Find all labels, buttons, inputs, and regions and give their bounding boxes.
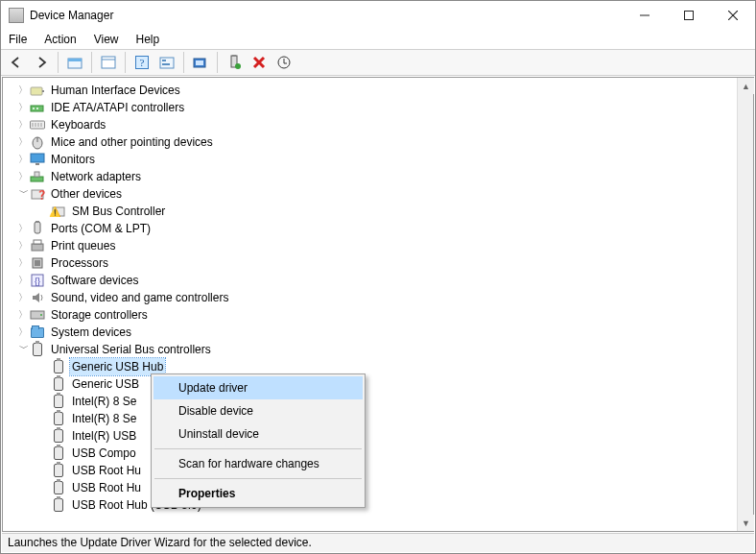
tree-item-smbus[interactable]: ⚠️ SM Bus Controller [11, 203, 737, 220]
tree-label: Intel(R) 8 Se [70, 410, 138, 427]
expand-icon[interactable]: 〉 [16, 116, 30, 133]
expand-icon[interactable]: 〉 [16, 99, 30, 116]
tree-label: Software devices [49, 272, 140, 289]
usb-device-icon [51, 480, 66, 495]
menu-help[interactable]: Help [134, 33, 162, 46]
expand-icon[interactable]: 〉 [16, 272, 30, 289]
tree-item[interactable]: Intel(R) 8 Se [11, 393, 737, 410]
tree-label: Processors [49, 254, 110, 272]
expand-icon[interactable]: 〉 [16, 254, 30, 272]
tree-label: USB Root Hu [70, 462, 143, 479]
tree-label: Print queues [49, 237, 117, 254]
tree-item[interactable]: USB Root Hu [11, 462, 737, 479]
expand-icon[interactable]: 〉 [16, 151, 30, 168]
update-driver-icon[interactable] [223, 51, 246, 74]
svg-rect-22 [42, 90, 44, 92]
close-button[interactable] [711, 1, 755, 30]
menu-action[interactable]: Action [42, 33, 78, 46]
tree-category-ide[interactable]: 〉 IDE ATA/ATAPI controllers [11, 99, 737, 116]
tree-item-usb-root-hub-3[interactable]: USB Root Hub (USB 3.0) [11, 496, 737, 514]
show-hidden-icon[interactable] [63, 51, 86, 74]
cm-properties[interactable]: Properties [154, 482, 363, 505]
svg-rect-35 [31, 177, 43, 181]
tree-category-system[interactable]: 〉 System devices [11, 324, 737, 341]
keyboard-icon [30, 117, 45, 132]
expand-icon[interactable]: 〉 [16, 289, 30, 306]
port-icon [30, 221, 45, 236]
tree-category-usb[interactable]: 〉 Universal Serial Bus controllers [11, 341, 737, 358]
minimize-button[interactable] [623, 1, 667, 30]
tree-item[interactable]: Intel(R) USB ft) [11, 427, 737, 445]
status-bar: Launches the Update Driver Wizard for th… [2, 533, 754, 552]
tree-category-hid[interactable]: 〉 Human Interface Devices [11, 82, 737, 99]
device-tree[interactable]: 〉 Human Interface Devices 〉 IDE ATA/ATAP… [3, 78, 737, 531]
tree-category-network[interactable]: 〉 Network adapters [11, 168, 737, 185]
mouse-icon [30, 134, 45, 150]
tree-label: Universal Serial Bus controllers [49, 341, 213, 358]
svg-rect-40 [35, 221, 39, 223]
window-title: Device Manager [30, 9, 623, 22]
forward-button[interactable] [30, 51, 53, 74]
expand-icon[interactable]: 〉 [16, 324, 30, 341]
tree-label: Generic USB [70, 375, 141, 393]
action-icon[interactable] [155, 51, 178, 74]
tree-item[interactable]: Generic USB [11, 375, 737, 393]
toolbar-separator [91, 52, 92, 73]
svg-point-25 [36, 108, 38, 109]
usb-device-icon [51, 359, 66, 374]
truncated-suffix: ft) [343, 427, 737, 445]
properties-icon[interactable] [97, 51, 120, 74]
help-icon[interactable]: ? [130, 51, 154, 74]
svg-rect-39 [35, 222, 40, 233]
collapse-icon[interactable]: 〉 [14, 343, 32, 356]
tree-category-software[interactable]: 〉 {} Software devices [11, 272, 737, 289]
svg-rect-44 [35, 260, 40, 266]
tree-item[interactable]: USB Root Hu [11, 479, 737, 496]
usb-device-icon [51, 428, 66, 444]
tree-category-ports[interactable]: 〉 Ports (COM & LPT) [11, 220, 737, 237]
tree-item-generic-usb-hub[interactable]: Generic USB Hub [11, 358, 737, 375]
scroll-down-icon[interactable]: ▼ [738, 515, 754, 531]
cpu-icon [30, 255, 45, 271]
uninstall-icon[interactable] [248, 51, 271, 74]
usb-device-icon [51, 446, 66, 461]
expand-icon[interactable]: 〉 [16, 220, 30, 237]
svg-rect-6 [102, 57, 115, 68]
status-text: Launches the Update Driver Wizard for th… [8, 536, 312, 549]
cm-uninstall-device[interactable]: Uninstall device [154, 422, 363, 446]
menu-view[interactable]: View [92, 33, 121, 46]
tree-category-sound[interactable]: 〉 Sound, video and game controllers [11, 289, 737, 306]
expand-icon[interactable]: 〉 [16, 168, 30, 185]
expand-icon[interactable]: 〉 [16, 82, 30, 99]
more-icon[interactable] [272, 51, 295, 74]
expand-icon[interactable]: 〉 [16, 133, 30, 151]
expand-icon[interactable]: 〉 [16, 237, 30, 254]
app-icon [9, 8, 24, 23]
tree-category-mice[interactable]: 〉 Mice and other pointing devices [11, 133, 737, 151]
toolbar-separator [125, 52, 126, 73]
scroll-up-icon[interactable]: ▲ [738, 78, 754, 94]
tree-item[interactable]: USB Compo [11, 445, 737, 462]
tree-category-keyboards[interactable]: 〉 Keyboards [11, 116, 737, 133]
toolbar: ? [1, 49, 755, 76]
tree-category-storage[interactable]: 〉 Storage controllers [11, 306, 737, 324]
svg-point-48 [40, 314, 42, 316]
menu-file[interactable]: File [7, 33, 29, 46]
scan-hardware-icon[interactable] [189, 51, 212, 74]
tree-category-print[interactable]: 〉 Print queues [11, 237, 737, 254]
back-button[interactable] [5, 51, 28, 74]
expand-icon[interactable]: 〉 [16, 306, 30, 324]
tree-label: Other devices [49, 185, 124, 203]
tree-category-other[interactable]: 〉 ❓ Other devices [11, 185, 737, 203]
cm-disable-device[interactable]: Disable device [154, 399, 363, 422]
cm-separator [154, 478, 362, 479]
tree-label: SM Bus Controller [70, 203, 167, 220]
cm-scan-hardware[interactable]: Scan for hardware changes [154, 452, 363, 475]
cm-update-driver[interactable]: Update driver [154, 376, 363, 399]
tree-category-processors[interactable]: 〉 Processors [11, 254, 737, 272]
vertical-scrollbar[interactable]: ▲ ▼ [737, 78, 753, 531]
svg-rect-5 [68, 59, 82, 61]
maximize-button[interactable] [667, 1, 711, 30]
tree-category-monitors[interactable]: 〉 Monitors [11, 151, 737, 168]
tree-item[interactable]: Intel(R) 8 Se [11, 410, 737, 427]
